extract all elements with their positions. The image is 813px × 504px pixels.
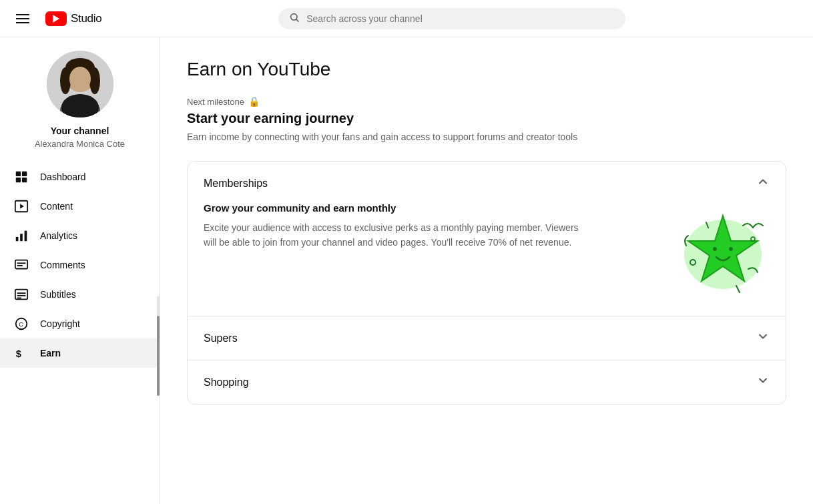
supers-header[interactable]: Supers [204,330,770,346]
search-bar [278,8,625,29]
sidebar-item-content-label: Content [40,201,73,212]
sidebar-item-dashboard[interactable]: Dashboard [0,162,160,192]
page-title: Earn on YouTube [187,59,786,80]
svg-point-9 [69,67,91,91]
sidebar-item-analytics-label: Analytics [40,230,77,241]
content-icon [13,198,29,214]
shopping-title: Shopping [204,376,249,389]
supers-title: Supers [204,332,238,344]
sidebar-item-earn-label: Earn [40,348,61,358]
sidebar-item-subtitles-label: Subtitles [40,289,76,300]
shopping-chevron [756,374,770,391]
svg-rect-19 [25,231,27,242]
studio-label: Studio [71,12,101,25]
sidebar-item-comments-label: Comments [40,260,85,270]
svg-point-32 [713,247,717,251]
scrollbar-thumb[interactable] [157,316,160,396]
sidebar-item-copyright[interactable]: C Copyright [0,309,160,338]
memberships-body: Grow your community and earn monthly Exc… [204,192,770,302]
sidebar-item-analytics[interactable]: Analytics [0,221,160,250]
topnav: Studio [0,0,813,37]
svg-point-33 [729,247,733,251]
sidebar-item-copyright-label: Copyright [40,318,80,329]
shopping-section: Shopping [188,360,786,404]
dashboard-icon [13,169,29,185]
svg-line-1 [296,19,298,21]
subtitles-icon [13,286,29,302]
main-content: Earn on YouTube Next milestone 🔒 Start y… [160,37,813,504]
copyright-icon: C [13,316,29,332]
memberships-illustration [676,202,770,302]
analytics-icon [13,228,29,244]
memberships-title: Memberships [204,178,268,190]
svg-rect-11 [16,172,21,176]
lock-icon: 🔒 [248,96,260,107]
shopping-header[interactable]: Shopping [204,374,770,391]
earn-icon: $ [13,345,29,361]
sidebar-item-content[interactable]: Content [0,192,160,221]
milestone-description: Earn income by connecting with your fans… [187,132,786,142]
memberships-section: Memberships Grow your community and earn… [188,162,786,316]
avatar [47,51,113,117]
channel-name: Alexandra Monica Cote [35,139,125,149]
memberships-subtitle: Grow your community and earn monthly [204,202,663,214]
svg-text:C: C [19,321,23,328]
svg-rect-14 [22,178,27,182]
channel-title: Your channel [51,125,109,136]
svg-rect-17 [16,237,19,241]
supers-chevron [756,330,770,346]
svg-point-8 [89,67,100,94]
search-icon [289,12,300,25]
svg-text:$: $ [16,348,21,359]
sidebar-item-subtitles[interactable]: Subtitles [0,280,160,309]
menu-button[interactable] [11,9,35,29]
memberships-description: Excite your audience with access to excl… [204,220,591,250]
svg-marker-16 [20,204,24,208]
sidebar-item-earn[interactable]: $ Earn [0,338,160,368]
memberships-chevron [756,175,770,192]
svg-rect-13 [16,178,21,182]
scrollbar-track [157,296,160,368]
sidebar-item-dashboard-label: Dashboard [40,172,86,182]
svg-rect-12 [22,172,27,176]
sidebar: Your channel Alexandra Monica Cote Dashb… [0,37,160,504]
milestone-title: Start your earning journey [187,111,786,126]
earn-card: Memberships Grow your community and earn… [187,161,786,405]
memberships-text: Grow your community and earn monthly Exc… [204,202,663,250]
supers-section: Supers [188,316,786,360]
youtube-icon [45,11,67,26]
sidebar-item-comments[interactable]: Comments [0,250,160,280]
milestone-label: Next milestone 🔒 [187,96,786,107]
search-input[interactable] [306,13,615,24]
svg-rect-20 [15,260,27,269]
svg-rect-18 [20,234,23,241]
youtube-logo[interactable]: Studio [45,11,101,26]
memberships-header[interactable]: Memberships [204,175,770,192]
comments-icon [13,257,29,273]
svg-point-7 [60,67,71,94]
svg-line-36 [736,286,740,292]
